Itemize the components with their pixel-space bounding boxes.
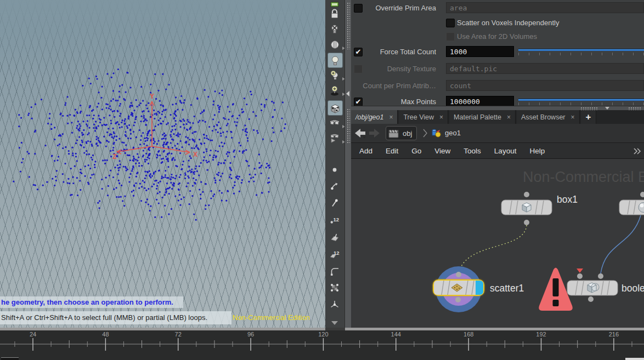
menu-add[interactable]: Add	[359, 147, 372, 155]
pane-collapse-arrow-icon[interactable]	[346, 91, 349, 96]
node-scatter1[interactable]	[433, 279, 484, 296]
force-total-count-slider[interactable]	[518, 49, 644, 55]
forward-arrow-icon[interactable]	[369, 128, 381, 139]
viewport-hint-secondary: Shift+A or Ctrl+Shift+A to select full (…	[0, 311, 231, 324]
box1-output-dot[interactable]	[524, 220, 529, 225]
breadcrumb-geo1-label: geo1	[445, 129, 461, 137]
tab-close-icon[interactable]: ×	[571, 113, 575, 121]
point-normals-icon[interactable]	[327, 179, 342, 193]
scatter1-output-dot[interactable]	[455, 297, 461, 302]
menu-view[interactable]: View	[434, 147, 450, 155]
splitter-grip[interactable]	[347, 2, 350, 49]
point-markers-icon[interactable]	[327, 163, 342, 177]
density-texture-field[interactable]: default.pic	[446, 63, 644, 74]
menu-go[interactable]: Go	[411, 147, 421, 155]
sphere-input-dot[interactable]	[640, 192, 644, 197]
menu-help[interactable]: Help	[529, 147, 545, 155]
svg-text:192: 192	[536, 331, 546, 338]
node-label-boolean[interactable]: boolean1	[622, 283, 644, 294]
parameter-label: Override Prim Area	[361, 2, 436, 14]
lock-icon[interactable]	[327, 7, 342, 21]
svg-text:168: 168	[464, 331, 473, 338]
playbar-timeline[interactable]: 24487296120144168192216	[0, 329, 644, 360]
max-points-slider[interactable]	[518, 99, 644, 105]
lights-off-icon[interactable]	[327, 22, 342, 36]
menu-layout[interactable]: Layout	[494, 147, 517, 155]
playbar-right-widget[interactable]	[625, 358, 644, 360]
high-quality-lighting-icon[interactable]	[327, 68, 342, 82]
show-hidden-geometry-icon[interactable]	[327, 116, 342, 130]
axis-display-icon[interactable]	[327, 298, 342, 312]
scene-viewport[interactable]: YXZ he geometry, then choose an operatio…	[0, 0, 325, 329]
network-editor-pane: /obj/geo1 × Tree View × Material Palette…	[351, 110, 644, 329]
viewport-license-watermark: Non-Commercial Edition	[233, 313, 310, 322]
add-light-icon[interactable]	[327, 83, 342, 98]
houdini-window: YXZ he geometry, then choose an operatio…	[0, 0, 644, 360]
tab-material-palette[interactable]: Material Palette ×	[449, 110, 516, 124]
node-boolean[interactable]	[567, 280, 618, 298]
svg-text:12: 12	[334, 249, 340, 255]
node-box1[interactable]	[501, 199, 552, 218]
tab-obj-geo1[interactable]: /obj/geo1 ×	[351, 110, 398, 124]
viewport-display-toolbar: 12 12	[325, 0, 345, 329]
svg-text:72: 72	[175, 331, 182, 338]
network-path-bar: obj geo1	[351, 124, 644, 142]
primitive-numbers-icon[interactable]: 12	[327, 247, 342, 261]
group-display-icon[interactable]	[327, 281, 342, 295]
pane-collapse-arrow-icon[interactable]	[605, 107, 609, 110]
breadcrumb-obj[interactable]: obj	[386, 126, 417, 140]
tab-close-icon[interactable]: ×	[439, 113, 443, 121]
viewport-hint-primary: he geometry, then choose an operation to…	[0, 296, 183, 308]
geometry-node-icon	[431, 128, 442, 138]
svg-text:144: 144	[391, 331, 401, 338]
profile-curves-icon[interactable]	[327, 264, 342, 278]
headlight-only-icon[interactable]	[327, 37, 342, 52]
breadcrumb-geo1[interactable]: geo1	[431, 126, 461, 139]
menu-edit[interactable]: Edit	[386, 147, 398, 155]
parameter-label: Force Total Count	[361, 46, 436, 58]
primitive-normals-icon[interactable]	[327, 230, 342, 244]
display-options-icon[interactable]	[327, 100, 343, 116]
add-tab-button[interactable]: +	[581, 110, 597, 124]
svg-text:24: 24	[30, 331, 36, 338]
svg-text:120: 120	[318, 331, 328, 338]
obj-network-icon	[388, 129, 399, 138]
tab-close-icon[interactable]: ×	[507, 113, 511, 121]
frame-ruler[interactable]: 24487296120144168192216	[0, 329, 644, 360]
svg-text:96: 96	[247, 331, 254, 338]
back-arrow-icon[interactable]	[354, 128, 367, 139]
max-points-field[interactable]: 1000000	[446, 96, 514, 107]
point-numbers-icon[interactable]: 12	[327, 213, 342, 227]
splitter-grip[interactable]	[347, 108, 350, 144]
scatter-on-voxels-checkbox[interactable]	[446, 19, 455, 27]
count-per-prim-attrib-field[interactable]: count	[446, 80, 644, 91]
box1-input-dot[interactable]	[524, 192, 529, 197]
ghost-other-geometry-icon[interactable]	[327, 131, 342, 145]
override-prim-area-field[interactable]: area	[446, 2, 644, 13]
network-canvas[interactable]: Non-Commercial Edition	[351, 159, 644, 329]
svg-text:X: X	[193, 151, 197, 158]
node-wires	[351, 159, 644, 329]
boolean-input1-dot[interactable]	[577, 273, 583, 279]
tab-close-icon[interactable]: ×	[389, 113, 393, 121]
parameter-label: Density Texture	[361, 63, 436, 75]
box-icon	[522, 203, 531, 212]
scatter1-flag	[476, 281, 483, 295]
tab-asset-browser[interactable]: Asset Browser ×	[517, 110, 580, 124]
node-label-scatter1[interactable]: scatter1	[490, 283, 524, 294]
use-area-2d-volumes-checkbox[interactable]	[446, 32, 455, 41]
boolean-input2-dot[interactable]	[598, 273, 603, 279]
breadcrumb-obj-label: obj	[403, 129, 412, 138]
tab-tree-view[interactable]: Tree View ×	[399, 110, 448, 124]
node-sphere[interactable]	[619, 199, 644, 218]
scatter1-input-dot[interactable]	[456, 272, 461, 277]
playbar-left-widget[interactable]	[1, 357, 19, 360]
point-trails-icon[interactable]	[327, 196, 342, 210]
normal-lighting-icon[interactable]	[327, 53, 343, 68]
menu-tools[interactable]: Tools	[464, 147, 481, 155]
node-label-box1[interactable]: box1	[557, 194, 578, 205]
pane-tab-bar: /obj/geo1 × Tree View × Material Palette…	[351, 110, 644, 124]
force-total-count-field[interactable]: 1000	[446, 46, 514, 57]
menu-overflow-icon[interactable]	[632, 146, 642, 156]
parameter-label: Count per Prim Attrib…	[351, 80, 436, 92]
